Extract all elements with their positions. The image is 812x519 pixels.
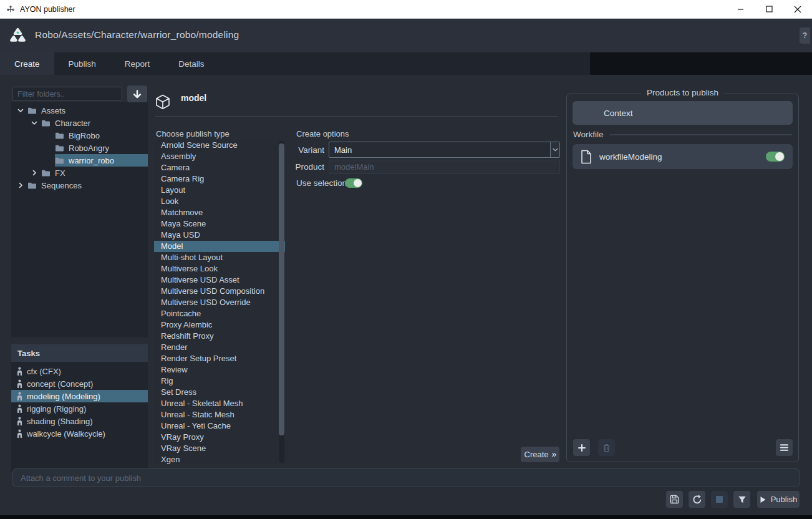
- ayon-logo-icon: [8, 26, 27, 47]
- publish-type-camera-rig[interactable]: Camera Rig: [154, 173, 285, 185]
- sort-folders-button[interactable]: [127, 85, 147, 102]
- tab-details[interactable]: Details: [164, 52, 218, 75]
- product-input[interactable]: [329, 160, 560, 174]
- chevron-down-icon[interactable]: [550, 142, 559, 157]
- tab-create[interactable]: Create: [0, 52, 54, 75]
- publish-type-multiverse-usd-asset[interactable]: Multiverse USD Asset: [154, 274, 285, 286]
- publish-type-multiverse-usd-override[interactable]: Multiverse USD Override: [154, 297, 285, 308]
- close-button[interactable]: [783, 0, 812, 18]
- filter-button[interactable]: [733, 491, 750, 508]
- task-item-shading-shading[interactable]: shading (Shading): [11, 415, 148, 427]
- publish-type-set-dress[interactable]: Set Dress: [154, 387, 285, 398]
- create-button-label: Create: [524, 450, 549, 459]
- use-selection-label: Use selection: [296, 178, 347, 188]
- filter-folders-input[interactable]: [12, 87, 122, 101]
- publish-comment-input[interactable]: [12, 468, 800, 487]
- publish-type-render[interactable]: Render: [154, 342, 285, 353]
- publish-type-xgen[interactable]: Xgen: [154, 454, 285, 464]
- publish-type-multi-shot-layout[interactable]: Multi-shot Layout: [154, 252, 285, 263]
- publish-type-multiverse-look[interactable]: Multiverse Look: [154, 263, 285, 274]
- tree-item-roboangry[interactable]: RoboAngry: [11, 142, 148, 154]
- window-title: AYON publisher: [20, 5, 75, 14]
- folder-icon: [55, 157, 64, 165]
- variant-combobox[interactable]: Main: [329, 142, 560, 158]
- chevron-right-icon[interactable]: [30, 168, 39, 177]
- tasks-title: Tasks: [17, 349, 40, 358]
- tree-item-label: warrior_robo: [69, 156, 114, 165]
- publish-type-rig[interactable]: Rig: [154, 376, 285, 387]
- product-card-workfilemodeling[interactable]: workfileModeling: [573, 144, 793, 169]
- publish-type-assembly[interactable]: Assembly: [154, 151, 285, 162]
- publish-type-unreal-static-mesh[interactable]: Unreal - Static Mesh: [154, 409, 285, 420]
- tree-item-sequences[interactable]: Sequences: [11, 179, 148, 192]
- product-toggle[interactable]: [766, 152, 785, 162]
- tree-item-bigrobo[interactable]: BigRobo: [11, 129, 148, 142]
- publish-type-maya-usd[interactable]: Maya USD: [154, 230, 285, 241]
- person-icon: [16, 417, 23, 425]
- publish-type-pointcache[interactable]: Pointcache: [154, 308, 285, 319]
- maximize-button[interactable]: [755, 0, 783, 18]
- publish-type-proxy-alembic[interactable]: Proxy Alembic: [154, 319, 285, 331]
- task-item-rigging-rigging[interactable]: rigging (Rigging): [11, 402, 148, 415]
- publish-type-maya-scene[interactable]: Maya Scene: [154, 218, 285, 230]
- publish-type-layout[interactable]: Layout: [154, 185, 285, 196]
- person-icon: [16, 379, 23, 388]
- publish-type-unreal-skeletal-mesh[interactable]: Unreal - Skeletal Mesh: [154, 398, 285, 409]
- context-card[interactable]: Context: [573, 101, 793, 125]
- tab-report[interactable]: Report: [110, 52, 165, 75]
- variant-label: Variant: [287, 145, 324, 155]
- task-item-concept-concept[interactable]: concept (Concept): [11, 377, 148, 390]
- reset-button[interactable]: [689, 491, 705, 508]
- product-label: Product: [287, 162, 324, 172]
- publish-type-render-setup-preset[interactable]: Render Setup Preset: [154, 353, 285, 364]
- publish-type-list: Arnold Scene SourceAssemblyCameraCamera …: [154, 140, 285, 464]
- chevron-right-icon[interactable]: [16, 181, 25, 190]
- chevron-spacer: [44, 131, 52, 140]
- stop-button[interactable]: [711, 491, 728, 508]
- publish-type-model[interactable]: Model: [154, 241, 285, 252]
- publish-type-vray-proxy[interactable]: VRay Proxy: [154, 432, 285, 443]
- minimize-icon: [737, 6, 744, 12]
- creator-title: model: [181, 93, 206, 103]
- publish-type-arnold-scene-source[interactable]: Arnold Scene Source: [154, 140, 285, 151]
- tree-item-character[interactable]: Character: [11, 117, 148, 129]
- group-divider: [610, 134, 792, 135]
- delete-product-button[interactable]: [598, 439, 615, 456]
- publish-type-redshift-proxy[interactable]: Redshift Proxy: [154, 331, 285, 342]
- use-selection-toggle[interactable]: [345, 178, 362, 188]
- publish-type-look[interactable]: Look: [154, 196, 285, 207]
- create-button[interactable]: Create »: [521, 447, 559, 462]
- tree-item-assets[interactable]: Assets: [11, 104, 148, 117]
- publish-button[interactable]: Publish: [757, 491, 800, 508]
- tree-item-body: Character: [41, 117, 148, 129]
- save-button[interactable]: [666, 491, 683, 508]
- publish-type-camera[interactable]: Camera: [154, 162, 285, 173]
- tree-item-body: Sequences: [27, 179, 148, 192]
- task-item-cfx-cfx[interactable]: cfx (CFX): [11, 365, 148, 377]
- publish-type-label: Choose publish type: [156, 129, 230, 138]
- person-icon: [16, 367, 23, 376]
- chevron-spacer: [44, 143, 52, 152]
- products-menu-button[interactable]: [776, 439, 793, 456]
- folder-icon: [55, 132, 64, 140]
- publish-type-review[interactable]: Review: [154, 364, 285, 376]
- help-button[interactable]: ?: [800, 27, 810, 44]
- publish-type-vray-scene[interactable]: VRay Scene: [154, 443, 285, 454]
- publish-type-multiverse-usd-composition[interactable]: Multiverse USD Composition: [154, 286, 285, 297]
- tree-item-warrior-robo[interactable]: warrior_robo: [11, 154, 148, 167]
- task-item-modeling-modeling[interactable]: modeling (Modeling): [11, 390, 148, 402]
- tab-publish[interactable]: Publish: [54, 52, 110, 75]
- tree-item-fx[interactable]: FX: [11, 167, 148, 179]
- task-item-walkcycle-walkcycle[interactable]: walkcycle (Walkcycle): [11, 427, 148, 440]
- arrow-down-icon: [132, 89, 142, 99]
- minimize-button[interactable]: [726, 0, 755, 18]
- plus-icon: [578, 444, 586, 452]
- chevron-down-icon[interactable]: [16, 106, 25, 115]
- scrollbar-thumb[interactable]: [279, 143, 284, 435]
- folder-tree: AssetsCharacterBigRoboRoboAngrywarrior_r…: [11, 102, 148, 337]
- tree-item-label: Sequences: [41, 181, 82, 190]
- publish-type-matchmove[interactable]: Matchmove: [154, 207, 285, 218]
- chevron-down-icon[interactable]: [30, 119, 39, 127]
- add-product-button[interactable]: [573, 439, 590, 456]
- publish-type-unreal-yeti-cache[interactable]: Unreal - Yeti Cache: [154, 420, 285, 432]
